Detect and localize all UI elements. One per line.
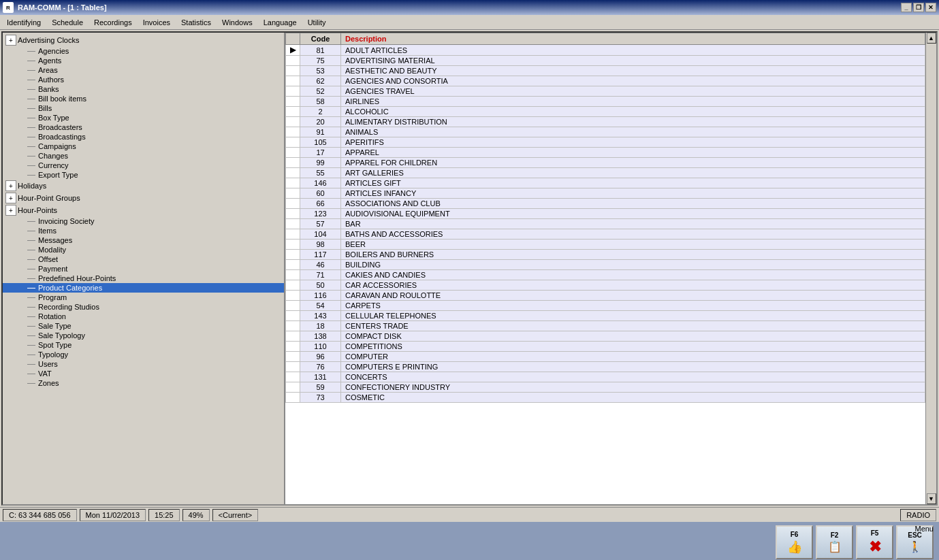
table-row[interactable]: 131CONCERTS <box>286 372 925 382</box>
table-row[interactable]: 105APERITIFS <box>286 137 925 148</box>
tree-item-agents[interactable]: Agents <box>3 56 284 65</box>
table-row[interactable]: 73COSMETIC <box>286 393 925 403</box>
table-row[interactable]: 98BEER <box>286 240 925 250</box>
table-row[interactable]: 117BOILERS AND BURNERS <box>286 250 925 260</box>
table-row[interactable]: 76COMPUTERS E PRINTING <box>286 362 925 372</box>
table-row[interactable]: 17APPAREL <box>286 148 925 158</box>
tree-item-banks[interactable]: Banks <box>3 84 284 94</box>
tree-item-bills[interactable]: Bills <box>3 103 284 113</box>
table-row[interactable]: 110COMPETITIONS <box>286 342 925 352</box>
tree-item-sale-typology[interactable]: Sale Typology <box>3 331 284 340</box>
menu-utility[interactable]: Utility <box>302 17 332 28</box>
tree-label: Holidays <box>18 182 46 190</box>
table-row[interactable]: 46BUILDING <box>286 260 925 270</box>
tree-item-areas[interactable]: Areas <box>3 65 284 75</box>
table-row[interactable]: 2ALCOHOLIC <box>286 107 925 117</box>
table-row[interactable]: 57BAR <box>286 219 925 229</box>
row-description: COMPUTER <box>341 352 925 362</box>
tree-item-modality[interactable]: Modality <box>3 245 284 254</box>
tree-item-offset[interactable]: Offset <box>3 254 284 264</box>
tree-item-sale-type[interactable]: Sale Type <box>3 321 284 331</box>
tree-item-typology[interactable]: Typology <box>3 350 284 359</box>
tree-item-invoicing-society[interactable]: Invoicing Society <box>3 216 284 226</box>
table-row[interactable]: 99APPAREL FOR CHILDREN <box>286 158 925 168</box>
tree-item-spot-type[interactable]: Spot Type <box>3 340 284 350</box>
tree-item-payment[interactable]: Payment <box>3 264 284 274</box>
table-row[interactable]: 96COMPUTER <box>286 352 925 362</box>
expand-advertising-clocks[interactable]: + <box>5 35 16 46</box>
tree-item-zones[interactable]: Zones <box>3 378 284 388</box>
table-row[interactable]: 75ADVERTISING MATERIAL <box>286 56 925 66</box>
scrollbar-up[interactable]: ▲ <box>927 33 936 44</box>
tree-item-users[interactable]: Users <box>3 359 284 369</box>
table-row[interactable]: 54CARPETS <box>286 301 925 311</box>
menu-schedule[interactable]: Schedule <box>46 17 89 28</box>
expand-hour-points[interactable]: + <box>5 205 16 216</box>
f5-button[interactable]: F5 ✖ <box>856 525 893 559</box>
table-row[interactable]: 138COMPACT DISK <box>286 331 925 342</box>
menu-language[interactable]: Language <box>258 17 302 28</box>
tree-item-broadcastings[interactable]: Broadcastings <box>3 132 284 142</box>
table-row[interactable]: 116CARAVAN AND ROULOTTE <box>286 291 925 301</box>
menu-windows[interactable]: Windows <box>217 17 258 28</box>
tree-item-changes[interactable]: Changes <box>3 151 284 161</box>
table-row[interactable]: 146ARTICLES GIFT <box>286 178 925 188</box>
table-row[interactable]: 91ANIMALS <box>286 127 925 137</box>
table-row[interactable]: 55ART GALLERIES <box>286 168 925 178</box>
table-row[interactable]: 58AIRLINES <box>286 97 925 107</box>
table-row[interactable]: 50CAR ACCESSORIES <box>286 280 925 291</box>
tree-item-hour-points[interactable]: + Hour-Points <box>3 204 284 216</box>
restore-button[interactable]: ❐ <box>913 3 924 12</box>
tree-item-advertising-clocks[interactable]: + Advertising Clocks <box>3 34 284 46</box>
tree-item-export-type[interactable]: Export Type <box>3 170 284 180</box>
tree-item-box-type[interactable]: Box Type <box>3 113 284 122</box>
tree-item-holidays[interactable]: + Holidays <box>3 180 284 192</box>
row-description: APERITIFS <box>341 137 925 148</box>
tree-item-program[interactable]: Program <box>3 293 284 302</box>
tree-item-hour-point-groups[interactable]: + Hour-Point Groups <box>3 192 284 204</box>
tree-item-predefined-hour-points[interactable]: Predefined Hour-Points <box>3 274 284 283</box>
table-row[interactable]: ▶81ADULT ARTICLES <box>286 45 925 56</box>
close-button[interactable]: ✕ <box>925 3 936 12</box>
minimize-button[interactable]: _ <box>901 3 912 12</box>
tree-label: Advertising Clocks <box>18 36 79 44</box>
table-row[interactable]: 104BATHS AND ACCESSORIES <box>286 229 925 240</box>
menu-recordings[interactable]: Recordings <box>89 17 138 28</box>
table-row[interactable]: 143CELLULAR TELEPHONES <box>286 311 925 321</box>
menu-statistics[interactable]: Statistics <box>176 17 217 28</box>
table-row[interactable]: 123AUDIOVISIONAL EQUIPMENT <box>286 209 925 219</box>
row-indicator <box>286 291 300 301</box>
tree-item-agencies[interactable]: Agencies <box>3 46 284 56</box>
tree-item-items[interactable]: Items <box>3 226 284 235</box>
tree-item-campaigns[interactable]: Campaigns <box>3 142 284 151</box>
tree-item-broadcasters[interactable]: Broadcasters <box>3 122 284 132</box>
col-description[interactable]: Description <box>341 33 925 45</box>
table-row[interactable]: 52AGENCIES TRAVEL <box>286 86 925 97</box>
tree-item-rotation[interactable]: Rotation <box>3 312 284 321</box>
table-row[interactable]: 60ARTICLES INFANCY <box>286 188 925 199</box>
table-row[interactable]: 62AGENCIES AND CONSORTIA <box>286 76 925 86</box>
menu-identifying[interactable]: Identifying <box>1 17 46 28</box>
expand-holidays[interactable]: + <box>5 180 16 191</box>
expand-hour-point-groups[interactable]: + <box>5 193 16 203</box>
scrollbar-down[interactable]: ▼ <box>927 493 936 504</box>
tree-item-vat[interactable]: VAT <box>3 369 284 378</box>
tree-item-messages[interactable]: Messages <box>3 235 284 245</box>
table-row[interactable]: 71CAKIES AND CANDIES <box>286 270 925 280</box>
tree-item-currency[interactable]: Currency <box>3 161 284 170</box>
table-row[interactable]: 18CENTERS TRADE <box>286 321 925 331</box>
f2-button[interactable]: F2 📋 <box>816 525 853 559</box>
table-row[interactable]: 53AESTHETIC AND BEAUTY <box>286 66 925 76</box>
tree-item-authors[interactable]: Authors <box>3 75 284 84</box>
tree-label: Agents <box>38 56 61 65</box>
table-row[interactable]: 59CONFECTIONERY INDUSTRY <box>286 382 925 393</box>
tree-item-bill-book-items[interactable]: Bill book items <box>3 94 284 103</box>
tree-item-recording-studios[interactable]: Recording Studios <box>3 302 284 312</box>
f6-button[interactable]: F6 👍 <box>776 525 813 559</box>
tree-item-product-categories[interactable]: Product Categories <box>3 283 284 293</box>
col-code[interactable]: Code <box>300 33 341 45</box>
menu-invoices[interactable]: Invoices <box>138 17 176 28</box>
table-row[interactable]: 20ALIMENTARY DISTRIBUTION <box>286 117 925 127</box>
table-row[interactable]: 66ASSOCIATIONS AND CLUB <box>286 199 925 209</box>
table-container[interactable]: Code Description ▶81ADULT ARTICLES75ADVE… <box>285 33 925 504</box>
